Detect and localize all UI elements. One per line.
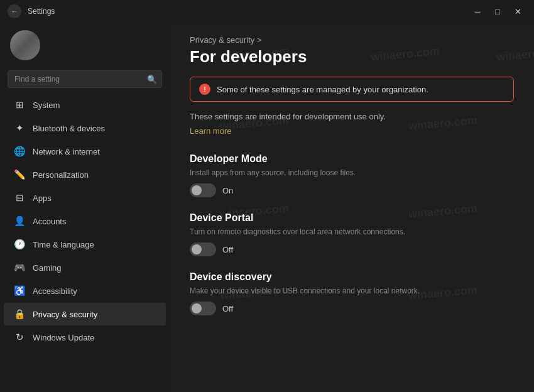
page-title: For developers — [190, 47, 514, 67]
sidebar-item-bluetooth[interactable]: ✦ Bluetooth & devices — [4, 117, 166, 139]
nav-label-apps: Apps — [33, 193, 52, 203]
nav-icon-accessibility: ♿ — [14, 285, 25, 297]
nav-icon-bluetooth: ✦ — [14, 122, 25, 134]
sidebar-item-update[interactable]: ↻ Windows Update — [4, 326, 166, 349]
dev-intro-text: These settings are intended for developm… — [170, 112, 534, 124]
nav-label-bluetooth: Bluetooth & devices — [33, 124, 105, 133]
sidebar-item-gaming[interactable]: 🎮 Gaming — [4, 256, 166, 279]
nav-label-accessibility: Accessibility — [33, 286, 77, 296]
toggle-label-device-portal: Off — [222, 245, 233, 254]
nav-label-privacy: Privacy & security — [33, 310, 97, 319]
nav-icon-personalization: ✏️ — [14, 169, 25, 180]
titlebar-left: ← Settings — [8, 4, 55, 18]
alert-banner: ! Some of these settings are managed by … — [190, 77, 514, 102]
section-device-discovery: Device discovery Make your device visibl… — [170, 264, 534, 323]
sidebar-item-personalization[interactable]: ✏️ Personalization — [4, 163, 166, 186]
nav-icon-privacy: 🔒 — [14, 308, 25, 320]
toggle-thumb-device-discovery — [192, 303, 202, 313]
toggle-row-developer-mode: On — [190, 183, 514, 197]
nav-icon-system: ⊞ — [14, 99, 25, 111]
alert-icon: ! — [199, 84, 210, 95]
toggle-thumb-developer-mode — [192, 185, 202, 195]
minimize-button[interactable]: ─ — [469, 4, 486, 18]
sidebar-item-time[interactable]: 🕐 Time & language — [4, 233, 166, 256]
titlebar-controls: ─ □ ✕ — [469, 4, 526, 18]
toggle-device-portal[interactable] — [190, 242, 216, 256]
toggle-label-developer-mode: On — [222, 186, 233, 195]
section-device-portal: Device Portal Turn on remote diagnostics… — [170, 205, 534, 264]
section-title-device-discovery: Device discovery — [190, 271, 514, 283]
nav-icon-accounts: 👤 — [14, 215, 25, 227]
toggle-row-device-portal: Off — [190, 242, 514, 256]
maximize-button[interactable]: □ — [489, 4, 506, 18]
nav-icon-apps: ⊟ — [14, 192, 25, 204]
sidebar-profile — [0, 23, 170, 68]
sidebar-item-apps[interactable]: ⊟ Apps — [4, 187, 166, 209]
app-title: Settings — [28, 7, 55, 16]
sidebar: 🔍 ⊞ System ✦ Bluetooth & devices 🌐 Netwo… — [0, 23, 170, 392]
sidebar-item-system[interactable]: ⊞ System — [4, 94, 166, 116]
main-content: winaero.com winaero.com winaero.com wina… — [170, 23, 534, 392]
sidebar-item-accessibility[interactable]: ♿ Accessibility — [4, 280, 166, 302]
close-button[interactable]: ✕ — [509, 4, 526, 18]
nav-label-system: System — [33, 101, 60, 110]
section-desc-device-portal: Turn on remote diagnostics over local ar… — [190, 227, 514, 236]
titlebar: ← Settings ─ □ ✕ — [0, 0, 534, 23]
search-input[interactable] — [8, 70, 162, 88]
nav-icon-gaming: 🎮 — [14, 262, 25, 273]
nav-label-accounts: Accounts — [33, 217, 66, 226]
section-title-developer-mode: Developer Mode — [190, 153, 514, 165]
nav-label-network: Network & internet — [33, 147, 100, 156]
section-desc-developer-mode: Install apps from any source, including … — [190, 168, 514, 177]
search-container: 🔍 — [8, 70, 162, 88]
sidebar-item-privacy[interactable]: 🔒 Privacy & security — [4, 303, 166, 325]
sections-container: Developer Mode Install apps from any sou… — [170, 146, 534, 323]
nav-icon-network: 🌐 — [14, 146, 25, 157]
nav-label-update: Windows Update — [33, 333, 94, 342]
sidebar-nav: ⊞ System ✦ Bluetooth & devices 🌐 Network… — [0, 93, 170, 349]
app-layout: 🔍 ⊞ System ✦ Bluetooth & devices 🌐 Netwo… — [0, 23, 534, 392]
content-header: Privacy & security > For developers — [170, 23, 534, 77]
learn-more-link[interactable]: Learn more — [170, 124, 251, 146]
search-icon-button[interactable]: 🔍 — [147, 75, 157, 84]
alert-text: Some of these settings are managed by yo… — [217, 85, 428, 94]
sidebar-item-network[interactable]: 🌐 Network & internet — [4, 140, 166, 163]
nav-label-time: Time & language — [33, 240, 94, 249]
section-desc-device-discovery: Make your device visible to USB connecti… — [190, 286, 514, 295]
nav-icon-time: 🕐 — [14, 239, 25, 250]
toggle-thumb-device-portal — [192, 244, 202, 254]
avatar — [10, 30, 40, 60]
toggle-row-device-discovery: Off — [190, 302, 514, 315]
toggle-developer-mode[interactable] — [190, 183, 216, 197]
section-developer-mode: Developer Mode Install apps from any sou… — [170, 146, 534, 205]
toggle-label-device-discovery: Off — [222, 304, 233, 313]
sidebar-item-accounts[interactable]: 👤 Accounts — [4, 210, 166, 232]
toggle-device-discovery[interactable] — [190, 302, 216, 315]
nav-icon-update: ↻ — [14, 332, 25, 343]
nav-label-personalization: Personalization — [33, 170, 89, 180]
breadcrumb: Privacy & security > — [190, 35, 514, 45]
nav-label-gaming: Gaming — [33, 263, 62, 273]
back-button[interactable]: ← — [8, 4, 21, 18]
section-title-device-portal: Device Portal — [190, 212, 514, 224]
